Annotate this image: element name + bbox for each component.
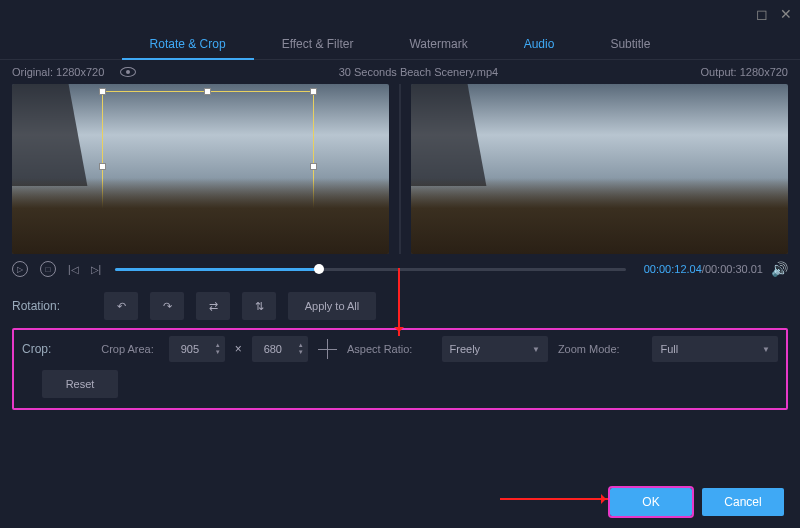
aspect-ratio-select[interactable]: Freely▼ — [442, 336, 548, 362]
crop-height-spinner[interactable]: ▲▼ — [252, 336, 308, 362]
crop-handle[interactable] — [99, 163, 106, 170]
rotate-right-button[interactable]: ↷ — [150, 292, 184, 320]
crop-handle[interactable] — [99, 88, 106, 95]
crop-handle[interactable] — [204, 240, 211, 247]
crop-selection[interactable] — [102, 91, 313, 244]
width-up[interactable]: ▲ — [215, 342, 221, 349]
seek-thumb[interactable] — [314, 264, 324, 274]
crop-handle[interactable] — [204, 88, 211, 95]
titlebar: ◻ ✕ — [0, 0, 800, 28]
crop-label: Crop: — [22, 342, 91, 356]
next-frame-button[interactable]: ▷| — [91, 264, 102, 275]
crop-handle[interactable] — [310, 240, 317, 247]
flip-horizontal-button[interactable]: ⇄ — [196, 292, 230, 320]
reset-button[interactable]: Reset — [42, 370, 118, 398]
preview-separator — [399, 84, 401, 254]
tab-effect-filter[interactable]: Effect & Filter — [254, 28, 382, 60]
zoom-mode-label: Zoom Mode: — [558, 343, 643, 355]
filename: 30 Seconds Beach Scenery.mp4 — [136, 66, 700, 78]
cancel-button[interactable]: Cancel — [702, 488, 784, 516]
time-display: 00:00:12.04/00:00:30.01 — [644, 263, 763, 275]
crop-area-label: Crop Area: — [101, 343, 159, 355]
crop-width-spinner[interactable]: ▲▼ — [169, 336, 225, 362]
dimension-x: × — [235, 342, 242, 356]
crop-handle[interactable] — [310, 88, 317, 95]
info-bar: Original: 1280x720 30 Seconds Beach Scen… — [0, 60, 800, 84]
center-icon[interactable] — [318, 339, 337, 359]
tab-subtitle[interactable]: Subtitle — [582, 28, 678, 60]
output-preview — [411, 84, 788, 254]
maximize-button[interactable]: ◻ — [756, 6, 768, 22]
crop-section: Crop: Crop Area: ▲▼ × ▲▼ Aspect Ratio: F… — [12, 328, 788, 410]
tab-rotate-crop[interactable]: Rotate & Crop — [122, 28, 254, 60]
playback-controls: ▷ □ |◁ ▷| 00:00:12.04/00:00:30.01 🔊 — [0, 254, 800, 284]
prev-frame-button[interactable]: |◁ — [68, 264, 79, 275]
zoom-mode-select[interactable]: Full▼ — [652, 336, 778, 362]
apply-to-all-button[interactable]: Apply to All — [288, 292, 376, 320]
preview-row — [0, 84, 800, 254]
chevron-down-icon: ▼ — [532, 345, 540, 354]
flip-vertical-button[interactable]: ⇅ — [242, 292, 276, 320]
source-preview[interactable] — [12, 84, 389, 254]
play-button[interactable]: ▷ — [12, 261, 28, 277]
footer-buttons: OK Cancel — [610, 488, 784, 516]
width-down[interactable]: ▼ — [215, 349, 221, 356]
tab-bar: Rotate & Crop Effect & Filter Watermark … — [0, 28, 800, 60]
preview-toggle-icon[interactable] — [120, 67, 136, 77]
chevron-down-icon: ▼ — [762, 345, 770, 354]
rotate-left-button[interactable]: ↶ — [104, 292, 138, 320]
crop-handle[interactable] — [310, 163, 317, 170]
rotation-section: Rotation: ↶ ↷ ⇄ ⇅ Apply to All — [0, 284, 800, 328]
annotation-arrow — [398, 268, 400, 336]
height-down[interactable]: ▼ — [298, 349, 304, 356]
close-button[interactable]: ✕ — [780, 6, 792, 22]
stop-button[interactable]: □ — [40, 261, 56, 277]
rotation-label: Rotation: — [12, 299, 92, 313]
seek-slider[interactable] — [115, 268, 625, 271]
tab-audio[interactable]: Audio — [496, 28, 583, 60]
crop-height-input[interactable] — [252, 343, 294, 355]
crop-width-input[interactable] — [169, 343, 211, 355]
tab-watermark[interactable]: Watermark — [381, 28, 495, 60]
height-up[interactable]: ▲ — [298, 342, 304, 349]
output-resolution: Output: 1280x720 — [701, 66, 788, 78]
original-resolution: Original: 1280x720 — [12, 66, 104, 78]
annotation-arrow — [500, 498, 610, 500]
volume-icon[interactable]: 🔊 — [771, 261, 788, 277]
seek-fill — [115, 268, 319, 271]
ok-button[interactable]: OK — [610, 488, 692, 516]
crop-handle[interactable] — [99, 240, 106, 247]
aspect-ratio-label: Aspect Ratio: — [347, 343, 432, 355]
